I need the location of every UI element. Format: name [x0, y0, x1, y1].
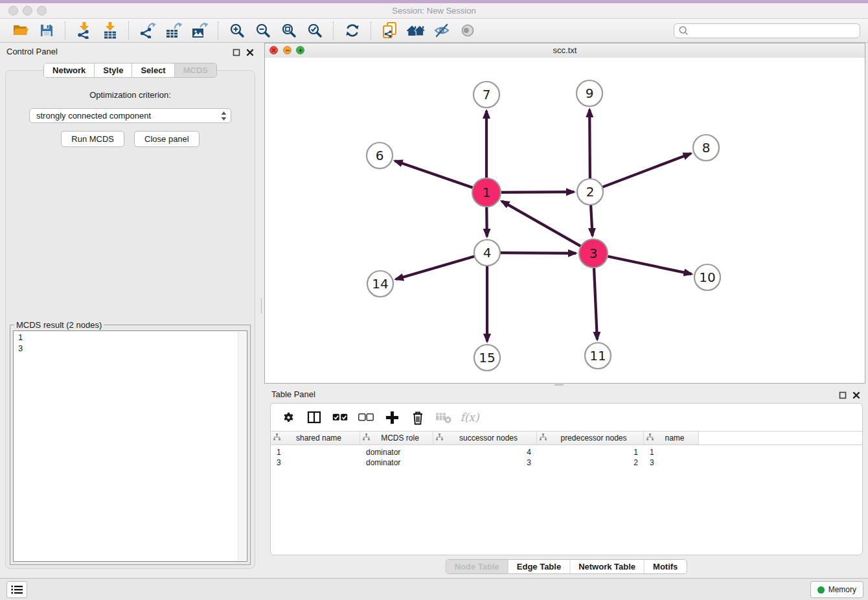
memory-button[interactable]: Memory — [810, 581, 863, 598]
zoom-in-icon[interactable] — [227, 21, 247, 40]
column-header-predecessor-nodes[interactable]: predecessor nodes — [537, 432, 644, 444]
table-cell: 1 — [537, 448, 644, 457]
titlebar: Session: New Session — [0, 3, 868, 19]
table-cell: 3 — [644, 458, 699, 467]
edge-3-11[interactable] — [594, 268, 597, 340]
close-panel-icon[interactable] — [246, 47, 254, 59]
toolbar-separator — [128, 21, 130, 40]
add-column-icon[interactable] — [383, 409, 400, 426]
toolbar-separator — [218, 21, 219, 40]
run-mcds-button[interactable]: Run MCDS — [61, 131, 124, 147]
tab-network-table[interactable]: Network Table — [570, 560, 645, 573]
search-input[interactable] — [689, 25, 856, 36]
function-builder-icon[interactable]: f(x) — [461, 409, 478, 426]
result-scrollbar[interactable] — [238, 332, 246, 560]
splitter-grip-icon[interactable] — [554, 384, 564, 386]
eye-icon[interactable] — [457, 21, 478, 40]
search-field[interactable] — [674, 23, 860, 38]
edge-4-3[interactable] — [500, 253, 576, 253]
table-cell: 1 — [271, 448, 360, 457]
delete-table-icon[interactable] — [435, 409, 452, 426]
task-history-button[interactable] — [6, 581, 27, 598]
hierarchy-icon — [646, 433, 654, 443]
select-all-columns-icon[interactable] — [332, 409, 348, 426]
close-panel-button[interactable]: Close panel — [134, 131, 200, 147]
delete-column-icon[interactable] — [409, 409, 426, 426]
hide-details-icon[interactable] — [431, 21, 452, 40]
control-tabs: NetworkStyleSelectMCDS — [43, 63, 217, 78]
close-panel-icon[interactable] — [852, 390, 860, 402]
zoom-out-icon[interactable] — [253, 21, 273, 40]
table-cell: 3 — [271, 458, 360, 467]
table-cell: 3 — [433, 458, 537, 467]
result-line: 3 — [18, 343, 236, 354]
edge-2-8[interactable] — [602, 154, 691, 187]
window-title: Session: New Session — [0, 6, 868, 16]
export-table-icon[interactable] — [163, 21, 184, 40]
column-label: MCDS role — [370, 433, 430, 443]
node-label-15: 15 — [479, 350, 495, 365]
table-row[interactable]: 3dominator323 — [271, 457, 862, 468]
table-cell: dominator — [360, 458, 433, 467]
export-image-icon[interactable] — [189, 21, 210, 40]
criterion-dropdown[interactable]: strongly connected component — [29, 108, 231, 123]
edge-2-9[interactable] — [589, 110, 590, 179]
node-table: f(x) shared nameMCDS rolesuccessor nodes… — [270, 403, 863, 555]
column-header-successor-nodes[interactable]: successor nodes — [433, 432, 537, 444]
network-window: scc.txt 7968124314101511 — [264, 43, 865, 384]
node-label-1: 1 — [483, 185, 491, 200]
edge-3-1[interactable] — [501, 201, 580, 246]
toggle-column-layout-icon[interactable] — [306, 409, 323, 426]
edge-4-14[interactable] — [396, 257, 475, 279]
node-label-9: 9 — [586, 86, 594, 101]
refresh-icon[interactable] — [342, 21, 363, 40]
table-panel: Table Panel — [264, 386, 868, 579]
home-icon[interactable] — [405, 21, 426, 40]
column-header-shared-name[interactable]: shared name — [271, 432, 360, 444]
table-cell: 1 — [644, 448, 699, 457]
list-icon — [11, 585, 23, 594]
edge-1-6[interactable] — [395, 161, 474, 188]
table-cell: dominator — [360, 448, 433, 457]
edge-1-2[interactable] — [501, 192, 574, 192]
tab-node-table[interactable]: Node Table — [446, 560, 508, 573]
node-label-7: 7 — [483, 87, 491, 102]
toolbar-separator — [371, 21, 372, 40]
clone-network-icon[interactable] — [380, 21, 400, 40]
edge-2-3[interactable] — [591, 205, 593, 236]
control-panel: Control Panel NetworkStyleSelectMCDS Opt… — [0, 43, 260, 579]
table-settings-icon[interactable] — [280, 409, 297, 426]
unselect-all-columns-icon[interactable] — [358, 409, 374, 426]
zoom-fit-icon[interactable] — [279, 21, 299, 40]
import-table-icon[interactable] — [100, 21, 120, 40]
memory-status-icon — [817, 586, 825, 594]
tab-mcds[interactable]: MCDS — [175, 63, 216, 77]
float-panel-icon[interactable] — [839, 390, 847, 402]
column-header-name[interactable]: name — [644, 432, 699, 444]
column-header-mcds-role[interactable]: MCDS role — [360, 432, 433, 444]
network-canvas[interactable]: 7968124314101511 — [265, 58, 865, 383]
status-bar: Memory — [0, 578, 868, 600]
node-label-6: 6 — [376, 148, 384, 163]
control-panel-title: Control Panel — [6, 47, 58, 56]
import-network-icon[interactable] — [74, 21, 95, 40]
tab-network[interactable]: Network — [44, 63, 95, 77]
tab-motifs[interactable]: Motifs — [645, 560, 686, 573]
tab-select[interactable]: Select — [132, 63, 174, 77]
table-row[interactable]: 1dominator411 — [271, 447, 862, 457]
zoom-selected-icon[interactable] — [304, 21, 325, 40]
float-panel-icon[interactable] — [233, 47, 240, 59]
table-cell: 2 — [537, 458, 644, 467]
node-label-3: 3 — [589, 246, 598, 261]
open-session-icon[interactable] — [10, 21, 31, 40]
save-session-icon[interactable] — [36, 21, 57, 40]
result-line: 1 — [18, 332, 236, 343]
application-window: Session: New Session — [0, 0, 868, 600]
export-network-icon[interactable] — [137, 21, 158, 40]
tab-edge-table[interactable]: Edge Table — [508, 560, 570, 573]
main-toolbar — [0, 19, 868, 43]
edge-3-10[interactable] — [608, 257, 692, 274]
network-window-titlebar[interactable]: scc.txt — [265, 43, 865, 58]
tab-style[interactable]: Style — [95, 63, 132, 77]
criterion-value: strongly connected component — [36, 111, 221, 121]
